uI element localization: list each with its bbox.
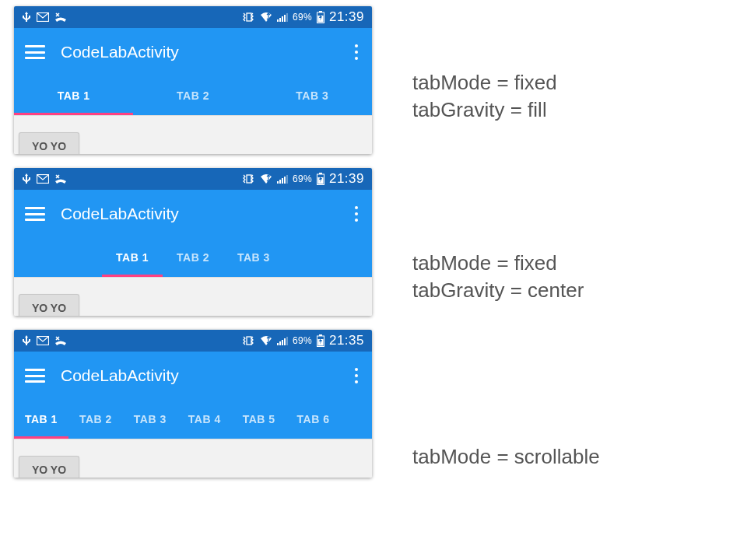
usb-icon xyxy=(22,12,31,23)
tab-6[interactable]: TAB 6 xyxy=(286,400,341,439)
svg-rect-24 xyxy=(282,340,283,345)
svg-rect-1 xyxy=(247,13,251,21)
wifi-icon xyxy=(260,173,272,184)
missed-call-icon xyxy=(54,335,67,346)
svg-rect-21 xyxy=(247,337,251,345)
usb-icon xyxy=(22,335,31,346)
app-toolbar: CodeLabActivity xyxy=(14,190,372,238)
caption-line: tabGravity = center xyxy=(412,277,747,304)
content-area: YO YO xyxy=(14,115,372,154)
caption-2: tabMode = fixed tabGravity = center xyxy=(412,187,747,367)
svg-rect-13 xyxy=(279,180,281,184)
caption-line: tabGravity = fill xyxy=(412,96,747,124)
svg-rect-12 xyxy=(277,181,279,184)
battery-icon xyxy=(317,334,324,347)
tab-4[interactable]: TAB 4 xyxy=(177,400,232,439)
svg-rect-25 xyxy=(284,338,286,345)
svg-rect-23 xyxy=(279,341,281,345)
app-title: CodeLabActivity xyxy=(61,366,336,385)
tab-5[interactable]: TAB 5 xyxy=(232,400,286,439)
app-title: CodeLabActivity xyxy=(61,43,336,61)
app-toolbar: CodeLabActivity xyxy=(14,28,372,76)
vibrate-icon xyxy=(241,12,255,23)
usb-icon xyxy=(22,173,31,184)
mail-icon xyxy=(37,174,49,184)
caption-3: tabMode = scrollable xyxy=(412,367,747,548)
svg-rect-16 xyxy=(286,175,288,184)
mail-icon xyxy=(37,336,49,345)
tab-2[interactable]: TAB 2 xyxy=(68,400,123,439)
yo-yo-button[interactable]: YO YO xyxy=(19,132,79,154)
clock: 21:39 xyxy=(329,9,364,25)
tab-1[interactable]: TAB 1 xyxy=(14,400,68,439)
tab-3[interactable]: TAB 3 xyxy=(223,238,284,277)
overflow-menu-icon[interactable] xyxy=(352,203,361,225)
hamburger-icon[interactable] xyxy=(25,45,45,59)
battery-percent: 69% xyxy=(293,173,312,184)
tab-2[interactable]: TAB 2 xyxy=(163,238,223,277)
svg-rect-4 xyxy=(282,16,283,22)
caption-line: tabMode = fixed xyxy=(412,250,747,277)
yo-yo-button[interactable]: YO YO xyxy=(19,294,79,316)
battery-icon xyxy=(317,11,324,23)
clock: 21:35 xyxy=(329,333,364,348)
tab-3[interactable]: TAB 3 xyxy=(123,400,177,439)
vibrate-icon xyxy=(241,173,255,184)
phone-screenshot: 69% 21:35 CodeLabActivity TAB 1 TAB 2 TA… xyxy=(14,330,372,478)
wifi-icon xyxy=(260,12,272,23)
tab-1[interactable]: TAB 1 xyxy=(14,76,133,115)
caption-1: tabMode = fixed tabGravity = fill xyxy=(412,6,747,187)
tab-2[interactable]: TAB 2 xyxy=(133,76,252,115)
tab-bar: TAB 1 TAB 2 TAB 3 xyxy=(14,238,372,277)
status-bar: 69% 21:35 xyxy=(14,330,372,352)
phone-screenshot: 69% 21:39 CodeLabActivity TAB 1 TAB 2 TA… xyxy=(14,6,372,154)
overflow-menu-icon[interactable] xyxy=(352,41,361,63)
content-area: YO YO xyxy=(14,439,372,478)
signal-icon xyxy=(277,174,288,184)
svg-rect-11 xyxy=(247,175,251,183)
caption-line: tabMode = fixed xyxy=(412,69,747,96)
svg-rect-5 xyxy=(284,15,286,22)
svg-rect-22 xyxy=(277,343,279,345)
svg-rect-3 xyxy=(279,18,281,22)
svg-rect-2 xyxy=(277,19,279,22)
tab-bar: TAB 1 TAB 2 TAB 3 xyxy=(14,76,372,115)
svg-rect-14 xyxy=(282,178,283,184)
tab-3[interactable]: TAB 3 xyxy=(253,76,372,115)
svg-rect-26 xyxy=(286,337,288,345)
signal-icon xyxy=(277,336,288,345)
tab-bar[interactable]: TAB 1 TAB 2 TAB 3 TAB 4 TAB 5 TAB 6 xyxy=(14,400,372,439)
phone-screenshot: 69% 21:39 CodeLabActivity TAB 1 TAB 2 TA… xyxy=(14,168,372,316)
svg-rect-15 xyxy=(284,177,286,184)
mail-icon xyxy=(37,12,49,22)
signal-icon xyxy=(277,12,288,22)
yo-yo-button[interactable]: YO YO xyxy=(19,456,79,478)
overflow-menu-icon[interactable] xyxy=(352,365,361,387)
status-bar: 69% 21:39 xyxy=(14,168,372,190)
status-bar: 69% 21:39 xyxy=(14,6,372,28)
tab-1[interactable]: TAB 1 xyxy=(102,238,163,277)
vibrate-icon xyxy=(241,335,255,346)
missed-call-icon xyxy=(54,12,67,23)
missed-call-icon xyxy=(54,173,67,184)
battery-percent: 69% xyxy=(293,335,312,346)
svg-rect-6 xyxy=(286,13,288,22)
app-toolbar: CodeLabActivity xyxy=(14,352,372,400)
battery-icon xyxy=(317,173,324,185)
clock: 21:39 xyxy=(329,171,364,187)
hamburger-icon[interactable] xyxy=(25,369,45,383)
caption-line: tabMode = scrollable xyxy=(412,443,747,471)
content-area: YO YO xyxy=(14,277,372,316)
hamburger-icon[interactable] xyxy=(25,207,45,221)
battery-percent: 69% xyxy=(293,12,312,23)
wifi-icon xyxy=(260,335,272,346)
app-title: CodeLabActivity xyxy=(61,205,336,223)
